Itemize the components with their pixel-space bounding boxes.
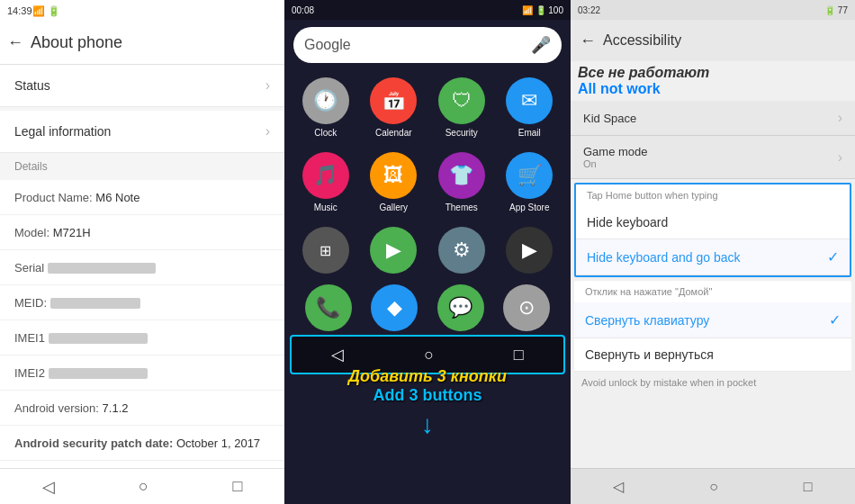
product-name-value: M6 Note (95, 191, 140, 204)
email-label: Email (518, 128, 541, 138)
google-label: Google (304, 37, 351, 53)
misc2-icon: ▶ (370, 227, 417, 274)
status-icons-1: 📶 🔋 (32, 5, 60, 17)
camera-icon: ⊙ (503, 284, 550, 331)
gallery-icon: 🖼 (370, 152, 417, 199)
back-button-1[interactable]: ← (7, 33, 23, 52)
search-bar[interactable]: Google 🎤 (293, 27, 562, 63)
dock-phone[interactable]: 📞 (305, 284, 352, 331)
app-music[interactable]: 🎵 Music (295, 152, 356, 212)
play-icon: ▶ (506, 227, 553, 274)
security-patch-label: Android security patch date: (14, 436, 176, 450)
collapse-back-label: Свернуть и вернуться (585, 347, 714, 362)
app-store[interactable]: 🛒 App Store (500, 152, 561, 212)
overlay-ru-text: Добавить 3 кнопки (293, 367, 562, 386)
nav-bar-3: ◁ ○ □ (571, 468, 855, 504)
game-mode-arrow: › (838, 149, 842, 166)
security-label: Security (446, 128, 478, 138)
product-name-row: Product Name: M6 Note (0, 180, 284, 215)
chevron-icon: › (266, 77, 270, 94)
model-value: M721H (53, 226, 91, 239)
themes-label: Themes (446, 202, 478, 212)
dock-messages[interactable]: 💬 (437, 284, 484, 331)
messages-icon: 💬 (437, 284, 484, 331)
status-bar-3: 03:22 🔋 77 (571, 0, 855, 20)
app-misc1[interactable]: ⊞ (295, 227, 356, 274)
assistant-icon: ◆ (371, 284, 418, 331)
hide-keyboard-back-option[interactable]: Hide keyboard and go back ✓ (576, 239, 850, 275)
about-content: Status › Legal information › Details Pro… (0, 65, 284, 468)
app-security[interactable]: 🛡 Security (431, 77, 492, 138)
status-time-1: 14:39 (7, 5, 32, 16)
calendar-label: Calendar (375, 128, 412, 138)
app-grid-row2: 🎵 Music 🖼 Gallery 👕 Themes 🛒 App Store (284, 145, 571, 220)
collapse-keyboard-label: Свернуть клавиатуру (585, 313, 709, 328)
music-icon: 🎵 (302, 152, 349, 199)
imei1-value (49, 333, 148, 344)
status-label: Status (14, 78, 50, 93)
app-themes[interactable]: 👕 Themes (431, 152, 492, 212)
clock-label: Clock (314, 128, 337, 138)
app-settings[interactable]: ⚙ (431, 227, 492, 274)
chevron-icon-2: › (266, 123, 270, 140)
game-mode-sub: On (583, 158, 648, 169)
legal-item[interactable]: Legal information › (0, 111, 284, 153)
app-clock[interactable]: 🕐 Clock (295, 77, 356, 138)
back-nav-icon[interactable]: ◁ (42, 477, 55, 497)
home-nav-icon-2[interactable]: ○ (424, 346, 434, 364)
dock-assistant[interactable]: ◆ (371, 284, 418, 331)
dock-row: 📞 ◆ 💬 ⊙ (284, 281, 571, 331)
app-misc2[interactable]: ▶ (364, 227, 425, 274)
clock-icon: 🕐 (302, 77, 349, 124)
app-calendar[interactable]: 📅 Calendar (364, 77, 425, 138)
home-screen-panel: 00:08 📶 🔋 100 Google 🎤 🕐 Clock 📅 Calenda… (284, 0, 571, 504)
game-mode-item[interactable]: Game mode On › (571, 136, 855, 179)
meid-label: MEID: (14, 296, 50, 310)
section-label-2: Отклик на нажатие "Домой" (574, 281, 851, 302)
collapse-keyboard-option[interactable]: Свернуть клавиатуру ✓ (574, 302, 851, 338)
mic-icon[interactable]: 🎤 (531, 35, 551, 55)
security-patch-row: Android security patch date: October 1, … (0, 426, 284, 461)
calendar-icon: 📅 (370, 77, 417, 124)
status-bar-1: 14:39 📶 🔋 (0, 0, 284, 22)
misc1-icon: ⊞ (302, 227, 349, 274)
imei2-label: IMEI2 (14, 366, 49, 380)
home-nav-icon-3[interactable]: ○ (709, 479, 718, 495)
appstore-icon: 🛒 (506, 152, 553, 199)
recents-nav-icon[interactable]: □ (232, 477, 242, 496)
warning-ru-text: Все не работают (578, 65, 848, 81)
overlay-annotation: Добавить 3 кнопки Add 3 buttons (293, 367, 562, 405)
security-icon: 🛡 (438, 77, 485, 124)
nav-bar-1: ◁ ○ □ (0, 468, 284, 504)
page-title-3: Accessibility (603, 32, 681, 49)
build-row: Build number: Flyme 6.1.4.0G (0, 461, 284, 468)
recents-nav-icon-2[interactable]: □ (514, 346, 524, 364)
status-item[interactable]: Status › (0, 65, 284, 107)
app-email[interactable]: ✉ Email (500, 77, 561, 138)
status-icons-2: 📶 🔋 100 (522, 5, 563, 15)
kid-space-item[interactable]: Kid Space › (571, 101, 855, 136)
app-gallery[interactable]: 🖼 Gallery (364, 152, 425, 212)
android-version-value: 7.1.2 (103, 401, 129, 415)
serial-row: Serial (0, 250, 284, 285)
music-label: Music (314, 202, 338, 212)
meid-value (50, 298, 140, 309)
hide-keyboard-back-label: Hide keyboard and go back (587, 250, 740, 265)
kid-space-label: Kid Space (583, 112, 636, 125)
app-play[interactable]: ▶ (500, 227, 561, 274)
imei2-row: IMEI2 (0, 356, 284, 391)
back-button-3[interactable]: ← (580, 32, 596, 50)
app-grid-row1: 🕐 Clock 📅 Calendar 🛡 Security ✉ Email (284, 70, 571, 145)
recents-nav-icon-3[interactable]: □ (804, 479, 813, 495)
hide-keyboard-option[interactable]: Hide keyboard (576, 206, 850, 239)
status-icons-3: 🔋 77 (824, 5, 848, 15)
dock-camera[interactable]: ⊙ (503, 284, 550, 331)
model-label: Model: (14, 226, 53, 239)
back-nav-icon-3[interactable]: ◁ (613, 478, 624, 495)
collapse-back-option[interactable]: Свернуть и вернуться (574, 338, 851, 372)
home-nav-icon[interactable]: ○ (139, 477, 148, 496)
back-nav-icon-2[interactable]: ◁ (331, 345, 344, 364)
phone-icon: 📞 (305, 284, 352, 331)
app-grid-row3: ⊞ ▶ ⚙ ▶ (284, 220, 571, 281)
serial-label: Serial (14, 261, 48, 274)
